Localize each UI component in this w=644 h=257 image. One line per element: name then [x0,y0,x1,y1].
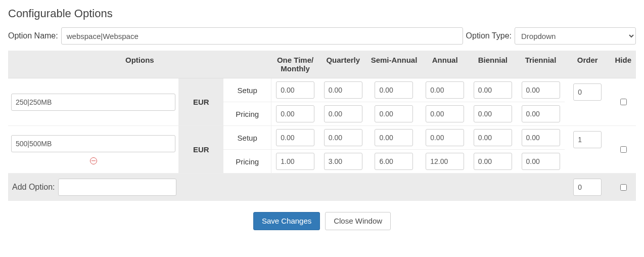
setup-annual-input[interactable] [426,129,464,146]
currency-label: EUR [178,78,223,126]
setup-annual-input[interactable] [426,81,464,99]
setup-semi-input[interactable] [375,129,413,146]
option-header: Option Name: Option Type: Dropdown [8,27,636,45]
options-table: Options One Time/ Monthly Quarterly Semi… [8,51,636,201]
currency-label: EUR [178,126,223,174]
option-value-input[interactable] [11,94,175,111]
setup-monthly-input[interactable] [276,129,314,146]
setup-quarterly-input[interactable] [324,81,362,99]
pricing-row-label: Pricing [223,102,271,126]
pricing-semi-input[interactable] [375,105,413,122]
pricing-annual-input[interactable] [426,105,464,122]
col-monthly: One Time/ Monthly [271,51,319,78]
add-option-label: Add Option: [12,183,55,192]
setup-row-label: Setup [223,78,271,102]
hide-checkbox[interactable] [620,99,627,105]
setup-triennial-input[interactable] [522,129,560,146]
pricing-monthly-input[interactable] [276,153,314,170]
col-options: Options [8,51,271,78]
option-type-select[interactable]: Dropdown [515,27,636,45]
pricing-triennial-input[interactable] [522,105,560,122]
remove-icon[interactable] [90,157,97,164]
col-quarterly: Quarterly [319,51,367,78]
setup-triennial-input[interactable] [522,81,560,99]
pricing-biennial-input[interactable] [474,153,512,170]
order-input[interactable] [573,131,602,148]
option-cell [8,78,178,126]
hide-checkbox[interactable] [620,146,627,153]
col-semi: Semi-Annual [367,51,421,78]
col-order: Order [565,51,611,78]
page-title: Configurable Options [8,7,636,20]
add-option-order-input[interactable] [573,179,602,196]
save-button[interactable]: Save Changes [253,212,320,230]
pricing-biennial-input[interactable] [474,105,512,122]
setup-biennial-input[interactable] [474,129,512,146]
button-bar: Save Changes Close Window [8,212,636,230]
option-row-setup: EURSetup [8,126,636,150]
setup-biennial-input[interactable] [474,81,512,99]
option-row-setup: EURSetup [8,78,636,102]
close-button[interactable]: Close Window [325,212,391,230]
add-option-input[interactable] [58,179,177,196]
table-header-row: Options One Time/ Monthly Quarterly Semi… [8,51,636,78]
setup-semi-input[interactable] [375,81,413,99]
pricing-annual-input[interactable] [426,153,464,170]
pricing-semi-input[interactable] [375,153,413,170]
pricing-quarterly-input[interactable] [324,105,362,122]
add-option-hide-checkbox[interactable] [620,184,627,191]
order-input[interactable] [573,83,602,101]
setup-quarterly-input[interactable] [324,129,362,146]
setup-row-label: Setup [223,126,271,150]
pricing-triennial-input[interactable] [522,153,560,170]
pricing-quarterly-input[interactable] [324,153,362,170]
option-type-label: Option Type: [466,31,512,40]
col-hide: Hide [611,51,636,78]
pricing-monthly-input[interactable] [276,105,314,122]
option-value-input[interactable] [11,135,175,152]
option-name-input[interactable] [61,27,463,45]
setup-monthly-input[interactable] [276,81,314,99]
col-triennial: Triennial [517,51,565,78]
option-name-label: Option Name: [8,31,58,40]
col-annual: Annual [421,51,469,78]
col-biennial: Biennial [469,51,517,78]
pricing-row-label: Pricing [223,150,271,174]
add-option-row: Add Option: [8,174,636,201]
option-cell [8,126,178,174]
